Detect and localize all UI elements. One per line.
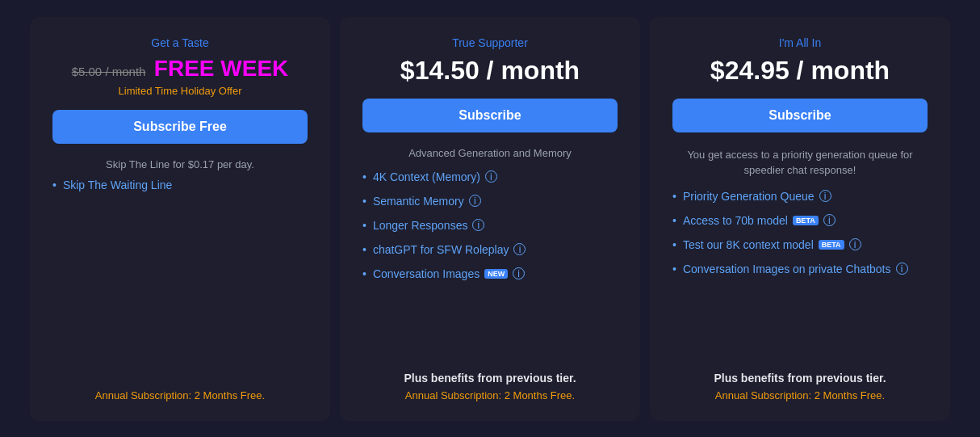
price-main-supporter: $14.50 / month [362, 56, 618, 86]
feature-8k-context: • Test our 8K context model BETA i [672, 238, 928, 251]
card-allin: I'm All In $24.95 / month Subscribe You … [650, 17, 950, 421]
pricing-cards: Get a Taste $5.00 / month FREE WEEK Limi… [14, 1, 966, 437]
info-icon[interactable]: i [819, 190, 831, 202]
feature-label: Conversation Images on private Chatbots [683, 263, 891, 275]
feature-label: chatGPT for SFW Roleplay [373, 243, 509, 256]
feature-longer-responses: • Longer Responses i [362, 219, 618, 232]
card-taste: Get a Taste $5.00 / month FREE WEEK Limi… [30, 17, 330, 421]
card-footer-taste: Annual Subscription: 2 Months Free. [52, 376, 308, 401]
price-container-supporter: $14.50 / month [362, 56, 618, 86]
info-icon[interactable]: i [896, 263, 908, 275]
info-icon[interactable]: i [485, 170, 497, 183]
feature-label: 4K Context (Memory) [373, 170, 480, 183]
info-icon[interactable]: i [823, 214, 836, 226]
info-icon[interactable]: i [849, 238, 861, 250]
info-icon[interactable]: i [472, 219, 484, 231]
feature-label: Semantic Memory [373, 195, 464, 208]
subscribe-free-button[interactable]: Subscribe Free [52, 110, 308, 144]
card-supporter: True Supporter $14.50 / month Subscribe … [340, 17, 640, 421]
feature-label: Test our 8K context model [683, 238, 814, 251]
tier-label-allin: I'm All In [672, 36, 928, 49]
info-icon[interactable]: i [513, 243, 526, 255]
desc-allin: You get access to a priority generation … [672, 147, 928, 179]
feature-70b-model: • Access to 70b model BETA i [672, 214, 928, 227]
info-icon[interactable]: i [469, 195, 481, 207]
prev-tier-supporter: Plus benefits from previous tier. [362, 372, 618, 384]
feature-conv-images-private: • Conversation Images on private Chatbot… [672, 263, 928, 275]
feature-label: Conversation Images [373, 267, 480, 280]
annual-note-taste: Annual Subscription: 2 Months Free. [52, 389, 308, 401]
price-container-allin: $24.95 / month [672, 56, 928, 86]
new-badge: NEW [484, 269, 508, 279]
feature-chatgpt-sfw: • chatGPT for SFW Roleplay i [362, 243, 618, 256]
feature-4k-context: • 4K Context (Memory) i [362, 170, 618, 183]
price-original: $5.00 / month [72, 65, 146, 78]
info-icon[interactable]: i [513, 267, 525, 279]
feature-label: Skip The Waiting Line [63, 179, 172, 191]
tier-label-supporter: True Supporter [362, 36, 618, 49]
beta-badge: BETA [793, 216, 819, 225]
section-label-supporter: Advanced Generation and Memory [362, 147, 618, 159]
feature-label: Priority Generation Queue [683, 190, 815, 203]
annual-note-supporter: Annual Subscription: 2 Months Free. [362, 389, 618, 401]
price-container-taste: $5.00 / month FREE WEEK Limited Time Hol… [52, 56, 308, 97]
price-free: FREE WEEK [154, 56, 288, 81]
feature-label: Access to 70b model [683, 214, 788, 227]
subscribe-supporter-button[interactable]: Subscribe [362, 99, 618, 132]
beta-badge-2: BETA [819, 240, 844, 250]
tagline-taste: Skip The Line for $0.17 per day. [52, 158, 308, 170]
price-main-allin: $24.95 / month [672, 56, 928, 86]
feature-semantic-memory: • Semantic Memory i [362, 195, 618, 208]
feature-conversation-images: • Conversation Images NEW i [362, 267, 618, 280]
feature-skip-waiting: • Skip The Waiting Line [52, 179, 308, 191]
feature-label: Longer Responses [373, 219, 468, 232]
feature-priority-queue: • Priority Generation Queue i [672, 190, 928, 203]
tier-label-taste: Get a Taste [52, 36, 308, 49]
card-footer-supporter: Plus benefits from previous tier. Annual… [362, 359, 618, 401]
subscribe-allin-button[interactable]: Subscribe [672, 99, 928, 132]
prev-tier-allin: Plus benefits from previous tier. [672, 372, 928, 384]
annual-note-allin: Annual Subscription: 2 Months Free. [672, 389, 928, 401]
card-footer-allin: Plus benefits from previous tier. Annual… [672, 359, 928, 401]
holiday-offer: Limited Time Holiday Offer [52, 85, 308, 97]
